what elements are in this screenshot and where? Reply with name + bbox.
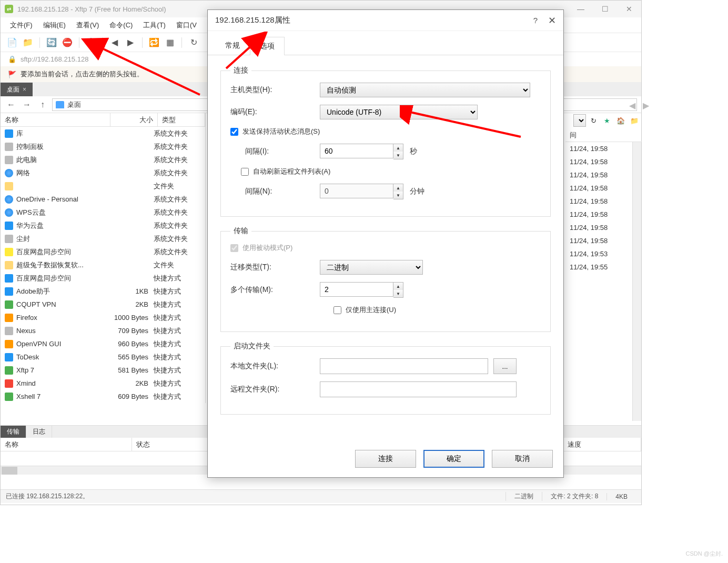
properties-icon[interactable]: ⚙️ bbox=[85, 36, 97, 49]
tab-options[interactable]: 选项 bbox=[250, 37, 285, 55]
file-row[interactable]: WPS云盘 系统文件夹 bbox=[1, 206, 205, 219]
file-row[interactable]: ToDesk 565 Bytes 快捷方式 bbox=[1, 350, 205, 364]
dialog-titlebar: 192.168.215.128属性 ? ✕ bbox=[208, 10, 563, 31]
spin-up-icon[interactable]: ▲ bbox=[393, 283, 403, 290]
file-type: 系统文件夹 bbox=[154, 129, 201, 138]
nav-back-button[interactable]: ← bbox=[5, 98, 17, 111]
file-row[interactable]: 此电脑 系统文件夹 bbox=[1, 153, 205, 166]
local-folder-input[interactable] bbox=[320, 358, 488, 374]
th-speed[interactable]: 速度 bbox=[563, 438, 641, 451]
home-icon[interactable]: 🏠 bbox=[614, 114, 627, 127]
multi-transfer-input[interactable] bbox=[320, 282, 393, 297]
file-row[interactable]: 网络 系统文件夹 bbox=[1, 166, 205, 179]
cancel-button[interactable]: 取消 bbox=[492, 450, 553, 468]
file-row[interactable]: 控制面板 系统文件夹 bbox=[1, 140, 205, 153]
menu-item[interactable]: 编辑(E) bbox=[39, 18, 70, 32]
col-size[interactable]: 大小 bbox=[110, 113, 158, 126]
group-transfer: 传输 使用被动模式(P) 迁移类型(T): 二进制 多个传输(M): ▲▼ 仅使… bbox=[220, 226, 551, 332]
disconnect-icon[interactable]: ⛔ bbox=[61, 36, 74, 49]
file-row[interactable]: Xmind 2KB 快捷方式 bbox=[1, 377, 205, 390]
menu-item[interactable]: 文件(F) bbox=[6, 18, 37, 32]
file-icon bbox=[5, 340, 13, 348]
nav-up-button[interactable]: ↑ bbox=[36, 98, 49, 111]
tab-transfer[interactable]: 传输 bbox=[1, 426, 26, 438]
nav-back-icon[interactable]: ◀ bbox=[108, 36, 121, 49]
modified-cell: 11/24, 19:58 bbox=[565, 155, 642, 168]
tab-scroll-left[interactable]: ◀ bbox=[626, 99, 639, 112]
tab-scroll-right[interactable]: ▶ bbox=[640, 99, 652, 112]
legend-transfer: 传输 bbox=[230, 226, 251, 236]
file-row[interactable]: CQUPT VPN 2KB 快捷方式 bbox=[1, 298, 205, 311]
ok-button[interactable]: 确定 bbox=[423, 450, 484, 468]
minimize-button[interactable]: — bbox=[569, 1, 593, 17]
menu-item[interactable]: 命令(C) bbox=[105, 18, 137, 32]
file-row[interactable]: 百度网盘同步空间 快捷方式 bbox=[1, 272, 205, 285]
file-row[interactable]: Firefox 1000 Bytes 快捷方式 bbox=[1, 311, 205, 324]
remote-path-dropdown[interactable] bbox=[573, 114, 586, 127]
file-row[interactable]: Xshell 7 609 Bytes 快捷方式 bbox=[1, 390, 205, 403]
file-row[interactable]: 超级兔子数据恢复软... 文件夹 bbox=[1, 258, 205, 272]
host-type-select[interactable]: 自动侦测 bbox=[320, 83, 530, 97]
file-row[interactable]: OneDrive - Personal 系统文件夹 bbox=[1, 193, 205, 206]
file-row[interactable]: 文件夹 bbox=[1, 179, 205, 193]
file-name: 超级兔子数据恢复软... bbox=[16, 260, 106, 270]
file-row[interactable]: Nexus 709 Bytes 快捷方式 bbox=[1, 324, 205, 337]
nav-forward-button[interactable]: → bbox=[21, 98, 33, 111]
view-icon[interactable]: ▦ bbox=[164, 36, 176, 49]
remote-folder-input[interactable] bbox=[320, 381, 517, 397]
file-name: Nexus bbox=[16, 327, 106, 335]
spin-down-icon[interactable]: ▼ bbox=[393, 152, 403, 159]
spin-up-icon[interactable]: ▲ bbox=[393, 144, 403, 152]
file-row[interactable]: 百度网盘同步空间 系统文件夹 bbox=[1, 245, 205, 258]
new-session-icon[interactable]: 📄 bbox=[6, 36, 18, 49]
file-size: 581 Bytes bbox=[106, 366, 154, 374]
interval-i-input[interactable] bbox=[320, 144, 393, 158]
col-name[interactable]: 名称 bbox=[1, 113, 110, 126]
file-row[interactable]: Xftp 7 581 Bytes 快捷方式 bbox=[1, 364, 205, 377]
modified-cell: 11/24, 19:55 bbox=[565, 260, 642, 274]
open-folder-icon[interactable]: 📁 bbox=[22, 36, 34, 49]
address-text[interactable]: sftp://192.168.215.128 bbox=[21, 55, 88, 63]
tab-log[interactable]: 日志 bbox=[26, 426, 52, 438]
reconnect-icon[interactable]: 🔄 bbox=[45, 36, 58, 49]
browse-local-button[interactable]: ... bbox=[493, 358, 517, 374]
keepalive-checkbox[interactable] bbox=[230, 128, 238, 136]
dialog-close-icon[interactable]: ✕ bbox=[548, 15, 556, 26]
group-connection: 连接 主机类型(H): 自动侦测 编码(E): Unicode (UTF-8) … bbox=[220, 66, 551, 217]
tab-general[interactable]: 常规 bbox=[215, 36, 250, 55]
encoding-select[interactable]: Unicode (UTF-8) bbox=[320, 105, 478, 119]
migration-type-select[interactable]: 二进制 bbox=[320, 260, 423, 275]
refresh-remote-icon[interactable]: ↻ bbox=[587, 114, 600, 127]
menu-item[interactable]: 窗口(V bbox=[172, 18, 201, 32]
file-row[interactable]: 尘封 系统文件夹 bbox=[1, 232, 205, 245]
auto-refresh-checkbox[interactable] bbox=[241, 168, 249, 176]
file-row[interactable]: Adobe助手 1KB 快捷方式 bbox=[1, 285, 205, 298]
file-size: 1KB bbox=[106, 287, 154, 295]
interval-n-input bbox=[320, 184, 393, 198]
scroll-thumb-2[interactable] bbox=[2, 467, 17, 475]
refresh-icon[interactable]: ↻ bbox=[187, 36, 200, 49]
sync-icon[interactable]: 🔁 bbox=[148, 36, 160, 49]
close-tab-icon[interactable]: × bbox=[23, 86, 26, 93]
remote-scrollbar[interactable] bbox=[632, 142, 641, 421]
file-row[interactable]: OpenVPN GUI 960 Bytes 快捷方式 bbox=[1, 337, 205, 350]
file-row[interactable]: 库 系统文件夹 bbox=[1, 127, 205, 140]
nav-stop-icon[interactable]: ▶ bbox=[124, 36, 137, 49]
spin-down-icon[interactable]: ▼ bbox=[393, 290, 403, 297]
file-icon bbox=[5, 169, 13, 177]
help-icon[interactable]: ? bbox=[533, 16, 538, 25]
new-folder-icon[interactable]: 📁 bbox=[628, 114, 641, 127]
close-button[interactable]: ✕ bbox=[617, 1, 641, 17]
menu-item[interactable]: 工具(T) bbox=[139, 18, 170, 32]
maximize-button[interactable]: ☐ bbox=[593, 1, 617, 17]
menu-item[interactable]: 查看(V) bbox=[72, 18, 103, 32]
file-row[interactable]: 华为云盘 系统文件夹 bbox=[1, 219, 205, 232]
session-tab-desktop[interactable]: 桌面 × bbox=[1, 83, 33, 96]
file-icon bbox=[5, 327, 13, 335]
star-icon[interactable]: ★ bbox=[601, 114, 613, 127]
connect-button[interactable]: 连接 bbox=[355, 450, 416, 468]
main-conn-checkbox[interactable] bbox=[333, 306, 341, 314]
col-type[interactable]: 类型 bbox=[158, 113, 205, 126]
col-modified[interactable]: 间 bbox=[565, 128, 642, 142]
th-name[interactable]: 名称 bbox=[1, 438, 132, 451]
